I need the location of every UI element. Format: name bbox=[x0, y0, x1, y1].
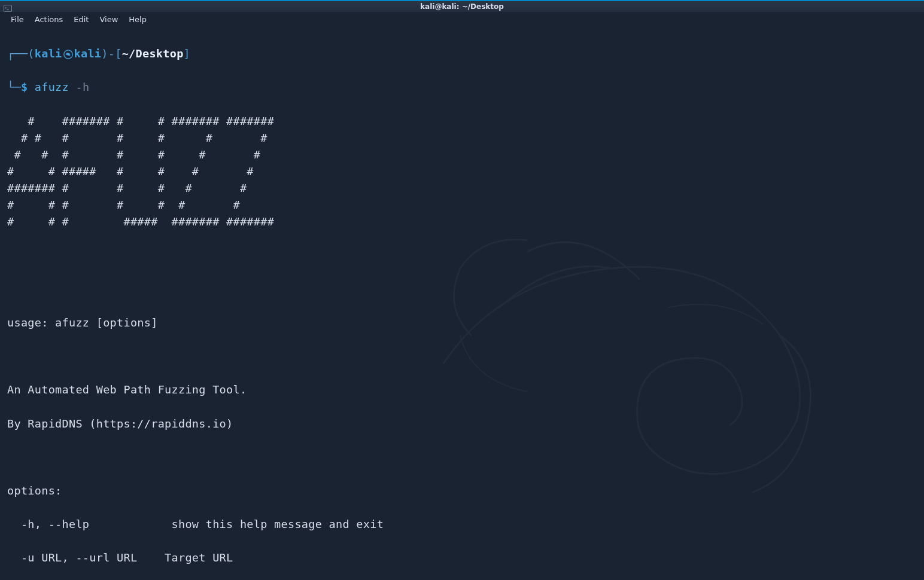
svg-rect-0 bbox=[4, 5, 12, 11]
terminal-icon bbox=[4, 3, 12, 10]
blank-line-2 bbox=[7, 281, 917, 298]
prompt-line-2: └─$ afuzz -h bbox=[7, 79, 917, 96]
blank-line-3 bbox=[7, 348, 917, 365]
window-title: kali@kali: ~/Desktop bbox=[420, 2, 504, 11]
menu-actions[interactable]: Actions bbox=[30, 14, 68, 25]
blank-line-1 bbox=[7, 247, 917, 264]
prompt-path: ~/Desktop bbox=[122, 47, 184, 60]
options-header: options: bbox=[7, 483, 917, 499]
blank-line-4 bbox=[7, 449, 917, 466]
window-titlebar: kali@kali: ~/Desktop bbox=[0, 0, 924, 12]
menu-help[interactable]: Help bbox=[124, 14, 151, 25]
option-help: -h, --help show this help message and ex… bbox=[7, 516, 917, 533]
command-name: afuzz bbox=[35, 81, 69, 93]
menu-view[interactable]: View bbox=[95, 14, 123, 25]
prompt-host: kali bbox=[74, 47, 102, 60]
menu-file[interactable]: File bbox=[6, 14, 29, 25]
usage-line: usage: afuzz [options] bbox=[7, 315, 917, 331]
ascii-art-banner: # ####### # # ####### ####### # # # # # … bbox=[7, 113, 917, 231]
prompt-line-1: ┌──(kalikali)-[~/Desktop] bbox=[7, 45, 917, 62]
command-args: -h bbox=[75, 81, 89, 93]
menu-edit[interactable]: Edit bbox=[69, 14, 93, 25]
kali-logo-icon bbox=[62, 48, 74, 60]
author-line: By RapidDNS (https://rapiddns.io) bbox=[7, 416, 917, 432]
option-url: -u URL, --url URL Target URL bbox=[7, 550, 917, 566]
prompt-user: kali bbox=[35, 47, 62, 60]
terminal-output-area[interactable]: ┌──(kalikali)-[~/Desktop] └─$ afuzz -h #… bbox=[0, 26, 924, 580]
description-line: An Automated Web Path Fuzzing Tool. bbox=[7, 381, 917, 398]
menubar: File Actions Edit View Help bbox=[0, 12, 924, 26]
